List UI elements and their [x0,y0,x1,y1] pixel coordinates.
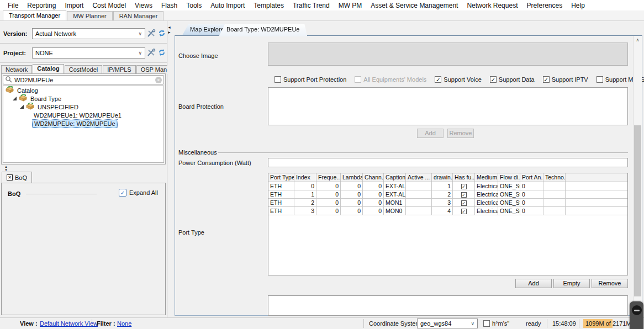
column-header-flow-di[interactable]: Flow di... [498,173,520,182]
sidebar-tab-network[interactable]: Network [1,65,32,74]
image-placeholder[interactable] [268,43,628,66]
cell-has-fu[interactable] [453,190,475,198]
cell-has-fu[interactable] [453,207,475,215]
vertical-scrollbar[interactable]: ∧ ∨ [633,36,642,316]
board-protection-list[interactable] [268,87,628,125]
column-header-lambda[interactable]: Lambda... [341,173,363,182]
checkbox-support-data[interactable]: Support Data [490,76,535,83]
menu-templates[interactable]: Templates [249,2,288,9]
cell-checkbox[interactable] [461,192,467,198]
cell-has-fu[interactable] [453,182,475,190]
cell-has-fu[interactable] [453,199,475,206]
menu-reporting[interactable]: Reporting [23,2,60,9]
scroll-up-icon[interactable]: ∧ [634,36,642,44]
checkbox-box[interactable] [597,76,603,83]
divider [363,319,364,328]
sidebar-tab-catalog[interactable]: Catalog [33,64,64,74]
cell-checkbox[interactable] [461,184,467,189]
menu-help[interactable]: Help [567,2,589,9]
collapse-left-icon[interactable]: ◄ [167,25,171,29]
hms-checkbox[interactable] [483,320,490,327]
view-link[interactable]: Default Network View [40,320,98,327]
project-select[interactable]: NONE ∨ [32,47,145,59]
panel-splitter-vertical[interactable]: ◄ ► [167,21,171,317]
menu-asset-service-management[interactable]: Asset & Service Management [366,2,462,9]
menu-tools[interactable]: Tools [182,2,206,9]
close-icon[interactable]: ✕ [7,174,13,181]
port-type-empty-button[interactable]: Empty [553,279,590,288]
menu-preferences[interactable]: Preferences [522,2,567,9]
cell-filler [566,182,627,190]
description-box[interactable] [268,295,628,316]
tab-board-type[interactable]: Board Type: WD2MUPEUe [219,24,307,36]
cell-filler [566,199,627,206]
cell-checkbox[interactable] [461,209,467,214]
menu-network-request[interactable]: Network Request [462,2,522,9]
checkbox-box[interactable] [435,76,441,83]
overlay-widget[interactable] [630,301,643,329]
menu-auto-import[interactable]: Auto Import [206,2,249,9]
checkbox-support-port-protection[interactable]: Support Port Protection [275,76,346,83]
menu-views[interactable]: Views [130,2,157,9]
cell-flow-di: ONE_Str... [498,190,520,198]
version-refresh-icon[interactable] [158,29,168,38]
checkbox-box [355,76,361,83]
port-type-remove-button[interactable]: Remove [592,279,628,288]
column-header-active[interactable]: Active ... [406,173,432,182]
filter-link[interactable]: None [117,320,131,327]
column-header-medium[interactable]: Medium... [475,173,498,182]
tree-item-unspecified[interactable]: UNSPECIFIED [3,103,163,111]
sidebar-tab-ip-mpls[interactable]: IP/MPLS [103,65,135,74]
tree-item-board-type[interactable]: Board Type [3,94,163,103]
clear-search-icon[interactable]: × [155,77,162,83]
coordinate-system-select[interactable]: geo_wgs84 ∨ [417,319,478,328]
workspace-tab-ran-manager[interactable]: RAN Manager [113,11,164,20]
menu-import[interactable]: Import [60,2,88,9]
menu-traffic-trend[interactable]: Traffic Trend [288,2,334,9]
expand-all-control[interactable]: ✓ Expand All [119,189,158,197]
search-input[interactable]: WD2MUPEUe × [3,75,164,84]
column-header-drawin[interactable]: drawin... [432,173,453,182]
collapse-right-icon[interactable]: ► [167,30,171,34]
project-tools-icon[interactable] [147,49,157,57]
cell-checkbox[interactable] [461,200,467,206]
menu-flash[interactable]: Flash [157,2,182,9]
column-header-freque[interactable]: Freque... [316,173,341,182]
tree-item-catalog[interactable]: Catalog [3,86,163,94]
column-header-techno[interactable]: Techno... [543,173,566,182]
menu-file[interactable]: File [3,2,23,9]
column-header-index[interactable]: Index [294,173,316,182]
scrollbar-thumb[interactable] [634,125,641,296]
checkbox-box[interactable] [543,76,550,83]
project-refresh-icon[interactable] [158,49,168,57]
project-label: Project: [3,50,26,56]
coordinate-system-label: Coordinate System: [369,320,423,327]
column-header-chann[interactable]: Chann... [363,173,384,182]
board-protection-add-button: Add [417,129,444,138]
memory-indicator[interactable]: 1099M of 2171M [583,319,635,328]
column-header-port-an[interactable]: Port An... [520,173,543,182]
expander-icon[interactable] [13,97,17,100]
table-body: ETH0000EXT-ALM11ElectricalONE_Str...0ETH… [268,182,627,215]
checkbox-support-iptv[interactable]: Support IPTV [543,76,588,83]
checkbox-box[interactable] [490,76,497,83]
tree-item-wd2mupeue-wd2mupeue[interactable]: WD2MUPEUe: WD2MUPEUe [3,119,163,128]
workspace-tab-mw-planner[interactable]: MW Planner [67,11,113,20]
column-header-caption[interactable]: Caption [384,173,406,182]
tree-item-wd2mupeue1-wd2mupeue1[interactable]: WD2MUPEUe1: WD2MUPEUe1 [3,111,163,119]
menu-cost-model[interactable]: Cost Model [88,2,130,9]
expand-all-checkbox[interactable]: ✓ [119,189,126,197]
tab-boq[interactable]: ✕ BoQ [2,172,32,183]
workspace-tab-transport-manager[interactable]: Transport Manager [3,10,66,20]
version-tools-icon[interactable] [147,29,157,38]
expander-icon[interactable] [20,105,24,109]
power-consumption-input[interactable] [268,158,628,167]
column-header-has-fu[interactable]: Has fu... [453,173,475,182]
port-type-add-button[interactable]: Add [515,279,552,288]
checkbox-box[interactable] [275,76,281,83]
column-header-port-type[interactable]: Port Type [268,173,294,182]
sidebar-tab-costmodel[interactable]: CostModel [65,65,103,74]
menu-mw-pm[interactable]: MW PM [334,2,367,9]
checkbox-support-voice[interactable]: Support Voice [435,76,482,83]
version-select[interactable]: Actual Network ∨ [32,28,145,39]
